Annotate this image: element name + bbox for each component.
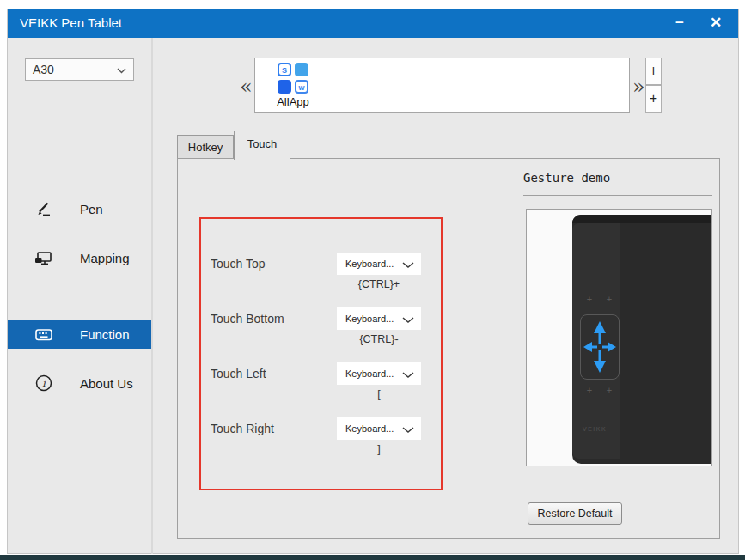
sidebar-item-label: Function — [80, 327, 130, 342]
dropdown-value: Keyboard... — [345, 259, 394, 269]
app-window: VEIKK Pen Tablet − ✕ A30 P — [7, 9, 739, 554]
app-list[interactable]: S w AllApp — [254, 58, 630, 113]
plus-mark: + — [584, 294, 595, 304]
touch-left-value: [ — [337, 388, 421, 400]
plus-mark: + — [604, 294, 614, 304]
add-app-button[interactable]: + — [645, 85, 662, 113]
info-icon: i — [34, 373, 54, 393]
allapp-icon-square — [278, 80, 291, 94]
restore-default-button[interactable]: Restore Default — [528, 502, 622, 525]
dropdown-value: Keyboard... — [345, 313, 394, 324]
touch-right-label: Touch Right — [211, 422, 322, 435]
device-select[interactable]: A30 — [25, 58, 134, 81]
window-title: VEIKK Pen Tablet — [20, 15, 122, 30]
sidebar: A30 Pen — [8, 38, 153, 554]
touch-left-dropdown[interactable]: Keyboard... — [337, 362, 421, 385]
gesture-demo-title: Gesture demo — [523, 171, 610, 185]
gesture-demo-image: + + + + — [526, 209, 712, 466]
sidebar-item-about[interactable]: i About Us — [8, 368, 151, 398]
tablet-touchpad — [580, 314, 620, 380]
allapp-icon-letter-s: S — [278, 63, 291, 76]
allapp-icon-letter-w: w — [295, 80, 308, 94]
touch-top-value: {CTRL}+ — [337, 278, 421, 290]
app-item-label: AllApp — [274, 95, 312, 108]
sidebar-item-function[interactable]: Function — [8, 320, 151, 349]
chevron-down-icon — [402, 366, 414, 381]
sidebar-item-label: About Us — [80, 376, 133, 391]
remove-app-button[interactable]: I — [645, 58, 662, 85]
tab-touch[interactable]: Touch — [234, 131, 290, 160]
tablet-illustration: + + + + — [572, 215, 712, 464]
touch-left-label: Touch Left — [211, 367, 322, 380]
touch-right-dropdown[interactable]: Keyboard... — [337, 417, 421, 440]
plus-mark: + — [584, 385, 595, 395]
touch-top-label: Touch Top — [211, 257, 322, 271]
bottom-edge-bar — [0, 555, 745, 560]
tablet-bezel — [572, 215, 712, 223]
mapping-icon — [34, 247, 54, 268]
pen-icon — [34, 198, 54, 219]
gesture-demo-divider — [523, 195, 712, 196]
svg-text:i: i — [42, 378, 46, 389]
direction-arrows-icon — [581, 315, 619, 379]
sidebar-item-label: Pen — [80, 202, 103, 216]
title-bar: VEIKK Pen Tablet − ✕ — [8, 9, 738, 38]
plus-mark: + — [604, 385, 614, 395]
sidebar-item-mapping[interactable]: Mapping — [8, 243, 151, 272]
screenshot-root: VEIKK Pen Tablet − ✕ A30 P — [0, 0, 745, 560]
device-select-value: A30 — [33, 63, 54, 76]
minimize-button[interactable]: − — [663, 9, 697, 38]
close-button[interactable]: ✕ — [699, 9, 733, 38]
dropdown-value: Keyboard... — [345, 423, 394, 434]
touch-bottom-dropdown[interactable]: Keyboard... — [337, 307, 421, 330]
touch-top-dropdown[interactable]: Keyboard... — [337, 253, 421, 275]
allapp-icon-square — [295, 63, 308, 76]
touch-bottom-label: Touch Bottom — [211, 312, 322, 326]
chevron-down-icon — [402, 421, 414, 436]
touch-right-value: ] — [337, 443, 421, 455]
sidebar-item-pen[interactable]: Pen — [8, 194, 151, 223]
tab-hotkey[interactable]: Hotkey — [177, 135, 234, 159]
tab-content-panel: Touch Top Keyboard... {CTRL}+ Touch Bott… — [177, 158, 720, 539]
chevron-down-icon — [402, 311, 414, 326]
apps-scroll-left-button[interactable]: « — [240, 75, 253, 99]
function-icon — [34, 324, 54, 344]
chevron-down-icon — [402, 256, 414, 271]
app-item-allapp[interactable]: S w AllApp — [269, 61, 317, 111]
allapp-icon: S w — [278, 63, 308, 94]
apps-scroll-right-button[interactable]: » — [632, 75, 645, 99]
sidebar-item-label: Mapping — [80, 251, 130, 265]
touch-bottom-value: {CTRL}- — [337, 333, 421, 345]
dropdown-value: Keyboard... — [345, 368, 394, 379]
tablet-brand-logo: VEIKK — [583, 426, 607, 432]
chevron-down-icon — [117, 63, 126, 76]
